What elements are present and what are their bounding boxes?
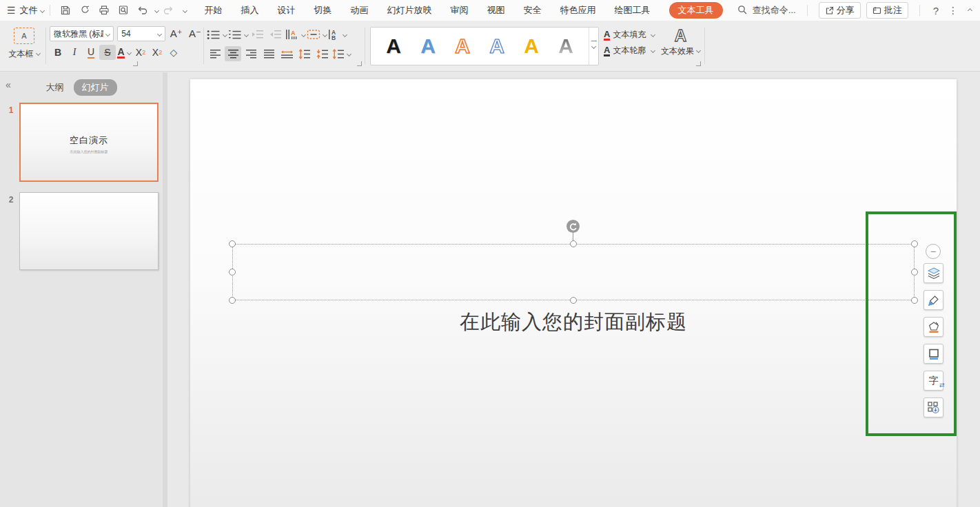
tab-security[interactable]: 安全 [524, 4, 542, 17]
quick-access-more-icon[interactable] [183, 8, 187, 12]
bold-button[interactable]: B [50, 45, 66, 60]
font-size-select[interactable]: 54 [117, 26, 165, 41]
resize-handle-sw[interactable] [229, 297, 236, 304]
text-effects-button[interactable]: A 文本效果 [659, 26, 702, 57]
wordart-style-white-blue-outline[interactable]: A [489, 36, 504, 56]
dialog-launcher-icon[interactable] [133, 61, 138, 66]
undo-icon[interactable] [134, 3, 151, 18]
tab-review[interactable]: 审阅 [451, 4, 469, 17]
wordart-style-black[interactable]: A [386, 36, 401, 56]
align-right-button[interactable] [243, 46, 259, 61]
wordart-style-gold[interactable]: A [524, 36, 539, 56]
align-left-button[interactable] [207, 46, 223, 61]
resize-handle-n[interactable] [570, 240, 577, 247]
shape-outline-icon [928, 348, 940, 360]
font-name-select[interactable]: 微软雅黑 (标题 [50, 26, 114, 41]
subtitle-placeholder-text[interactable]: 在此输入您的封面副标题 [190, 309, 957, 336]
save-icon[interactable] [57, 3, 74, 18]
panel-scrollbar[interactable] [163, 72, 167, 507]
comment-button[interactable]: 批注 [866, 2, 908, 19]
grow-font-button[interactable]: A⁺ [168, 26, 185, 41]
tab-special-apps[interactable]: 特色应用 [560, 4, 596, 17]
numbered-list-button[interactable] [228, 27, 248, 42]
wordart-style-gray-gradient[interactable]: A [558, 36, 573, 56]
resize-handle-s[interactable] [570, 297, 577, 304]
chevron-down-icon [591, 44, 596, 49]
tab-view[interactable]: 视图 [487, 4, 505, 17]
text-fill-button[interactable]: A 文本填充 [604, 29, 655, 41]
search-icon[interactable] [737, 5, 747, 17]
dialog-launcher-icon[interactable] [357, 61, 362, 66]
text-effects-icon: A [659, 26, 702, 45]
shape-fill-button[interactable] [923, 317, 943, 337]
tab-insert[interactable]: 插入 [241, 4, 259, 17]
collapse-ribbon-icon[interactable] [968, 8, 972, 12]
tab-animation[interactable]: 动画 [351, 4, 369, 17]
layers-button[interactable] [923, 263, 943, 283]
resize-handle-nw[interactable] [229, 240, 236, 247]
more-layouts-button[interactable] [923, 397, 943, 417]
file-menu-chevron-icon[interactable] [40, 8, 45, 12]
print-icon[interactable] [96, 3, 112, 18]
char-align-button[interactable]: AB [328, 27, 347, 42]
slide-thumbnail-2[interactable] [19, 192, 159, 270]
divider [807, 5, 808, 16]
shrink-font-button[interactable]: A⁻ [187, 26, 203, 41]
align-center-button[interactable] [225, 46, 241, 61]
italic-button[interactable]: I [66, 45, 83, 60]
slide-thumbnail-1[interactable]: 空白演示 在此输入您的封面副标题 [19, 103, 159, 182]
textbox-button[interactable]: A 文本框 [6, 26, 43, 60]
space-before-button[interactable] [296, 46, 313, 61]
brush-button[interactable] [923, 290, 943, 310]
selected-text-placeholder[interactable] [232, 244, 915, 300]
text-settings-button[interactable]: 字⇄ [923, 371, 943, 391]
tab-design[interactable]: 设计 [278, 4, 296, 17]
superscript-button[interactable]: X2 [132, 45, 149, 60]
export-icon[interactable] [76, 3, 93, 18]
justify-button[interactable] [261, 46, 277, 61]
text-direction-button[interactable]: A [285, 27, 305, 42]
undo-chevron-icon[interactable] [154, 8, 159, 12]
tab-outline[interactable]: 大纲 [46, 81, 64, 94]
share-button[interactable]: 分享 [819, 2, 861, 19]
file-menu[interactable]: 文件 [20, 4, 38, 17]
collapse-toolbar-button[interactable]: − [926, 244, 941, 259]
font-color-button[interactable]: A [116, 45, 132, 60]
tab-home[interactable]: 开始 [205, 4, 223, 17]
paragraph-group: A AB [207, 26, 351, 62]
print-preview-icon[interactable] [115, 3, 132, 18]
divider [704, 28, 705, 64]
distribute-button[interactable] [278, 46, 295, 61]
wordart-style-blue[interactable]: A [420, 36, 436, 56]
tab-text-tools[interactable]: 文本工具 [669, 2, 723, 19]
clear-format-button[interactable]: ◇ [165, 45, 182, 60]
wordart-gallery-more-button[interactable] [589, 28, 598, 65]
more-options-button[interactable]: ⋮ [946, 5, 960, 16]
slide-editing-area[interactable]: 在此输入您的封面副标题 − 字⇄ [190, 79, 957, 507]
dialog-launcher-icon[interactable] [696, 61, 701, 66]
search-command-label[interactable]: 查找命令... [753, 4, 796, 17]
rotate-handle[interactable] [566, 219, 580, 234]
text-fill-icon: A [604, 30, 610, 41]
tab-slideshow[interactable]: 幻灯片放映 [387, 4, 432, 17]
shape-outline-button[interactable] [923, 344, 943, 364]
divider [203, 28, 204, 64]
thumbnail-title: 空白演示 [21, 134, 157, 147]
strikethrough-button[interactable]: S [99, 45, 116, 60]
subscript-button[interactable]: X2 [149, 45, 165, 60]
bullet-list-button[interactable] [207, 27, 227, 42]
line-spacing-button[interactable] [332, 46, 351, 61]
underline-button[interactable]: U [83, 45, 99, 60]
space-after-button[interactable] [314, 46, 331, 61]
hamburger-menu-icon[interactable]: ☰ [7, 5, 16, 16]
tab-slides[interactable]: 幻灯片 [74, 79, 117, 96]
help-button[interactable]: ? [931, 5, 941, 17]
textbox-style-button[interactable] [307, 27, 327, 42]
tab-transition[interactable]: 切换 [314, 4, 332, 17]
resize-handle-w[interactable] [229, 269, 236, 276]
ribbon-tabs: 开始 插入 设计 切换 动画 幻灯片放映 审阅 视图 安全 特色应用 绘图工具 … [205, 2, 723, 19]
wordart-style-orange-outline[interactable]: A [455, 36, 470, 56]
tab-drawing-tools[interactable]: 绘图工具 [615, 4, 651, 17]
text-settings-icon: 字⇄ [929, 375, 939, 387]
text-outline-button[interactable]: A 文本轮廓 [604, 45, 655, 56]
